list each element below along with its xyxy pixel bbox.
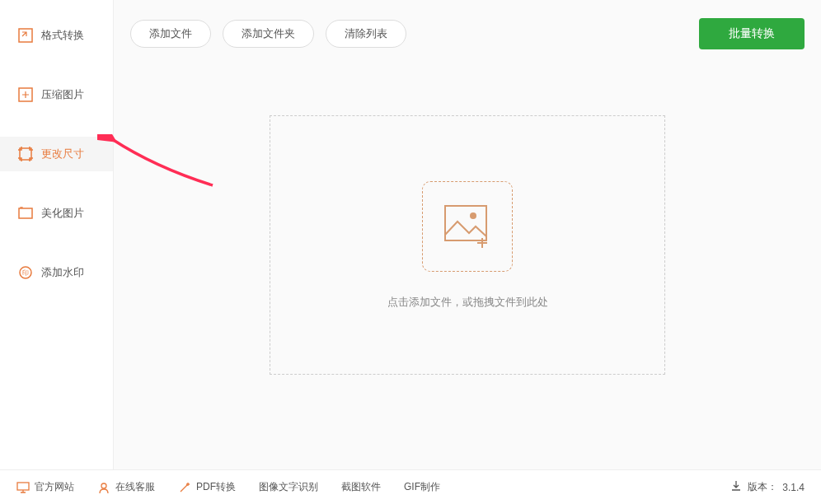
compress-icon — [18, 87, 33, 102]
version-label: 版本： — [748, 480, 777, 494]
sidebar-item-watermark[interactable]: 印 添加水印 — [0, 255, 113, 290]
footer-item-label: PDF转换 — [196, 480, 236, 494]
sidebar-item-label: 格式转换 — [41, 28, 84, 43]
footer-customer-service[interactable]: 在线客服 — [97, 480, 155, 494]
batch-convert-button[interactable]: 批量转换 — [699, 18, 805, 49]
sidebar-item-compress[interactable]: 压缩图片 — [0, 77, 113, 112]
add-folder-button[interactable]: 添加文件夹 — [223, 20, 314, 48]
sidebar: 格式转换 压缩图片 更改尺寸 美化图片 印 添加水印 — [0, 0, 114, 469]
svg-point-7 — [470, 212, 476, 219]
toolbar: 添加文件 添加文件夹 清除列表 批量转换 — [130, 18, 805, 49]
footer: 官方网站 在线客服 PDF转换 图像文字识别 截图软件 GIF制作 版本： 3.… — [0, 469, 821, 504]
footer-version: 版本： 3.1.4 — [730, 479, 805, 495]
clear-list-button[interactable]: 清除列表 — [326, 20, 406, 48]
sidebar-item-format-convert[interactable]: 格式转换 — [0, 18, 113, 53]
footer-item-label: GIF制作 — [404, 480, 440, 494]
footer-ocr[interactable]: 图像文字识别 — [259, 480, 318, 494]
svg-rect-3 — [19, 208, 32, 218]
add-file-button[interactable]: 添加文件 — [130, 20, 211, 48]
format-convert-icon — [18, 28, 33, 43]
sidebar-item-beautify[interactable]: 美化图片 — [0, 196, 113, 231]
sidebar-item-label: 更改尺寸 — [41, 147, 84, 161]
svg-point-9 — [101, 483, 106, 488]
sidebar-item-label: 美化图片 — [41, 206, 84, 221]
footer-item-label: 官方网站 — [35, 480, 74, 494]
image-add-icon — [443, 203, 492, 249]
footer-screenshot[interactable]: 截图软件 — [341, 480, 381, 494]
sidebar-item-label: 添加水印 — [41, 265, 84, 280]
monitor-icon — [16, 481, 30, 494]
dropzone-hint: 点击添加文件，或拖拽文件到此处 — [387, 295, 548, 310]
footer-gif-maker[interactable]: GIF制作 — [404, 480, 440, 494]
footer-item-label: 图像文字识别 — [259, 480, 318, 494]
headset-icon — [97, 481, 110, 494]
sidebar-item-resize[interactable]: 更改尺寸 — [0, 137, 113, 171]
footer-official-site[interactable]: 官方网站 — [16, 480, 74, 494]
svg-rect-6 — [445, 206, 486, 240]
svg-rect-8 — [17, 483, 29, 490]
magic-wand-icon — [178, 481, 191, 494]
dropzone[interactable]: 点击添加文件，或拖拽文件到此处 — [270, 115, 665, 375]
download-icon — [730, 479, 743, 495]
version-number: 3.1.4 — [782, 482, 805, 493]
upload-image-placeholder — [422, 181, 513, 272]
svg-text:印: 印 — [22, 269, 29, 277]
svg-rect-0 — [19, 29, 32, 42]
footer-item-label: 截图软件 — [341, 480, 381, 494]
footer-item-label: 在线客服 — [115, 480, 155, 494]
watermark-icon: 印 — [18, 265, 33, 280]
sidebar-item-label: 压缩图片 — [41, 87, 84, 102]
beautify-icon — [18, 206, 33, 221]
resize-icon — [18, 147, 33, 161]
main-panel: 添加文件 添加文件夹 清除列表 批量转换 点击添加文件，或拖拽文件到此处 — [114, 0, 821, 469]
footer-pdf-convert[interactable]: PDF转换 — [178, 480, 236, 494]
